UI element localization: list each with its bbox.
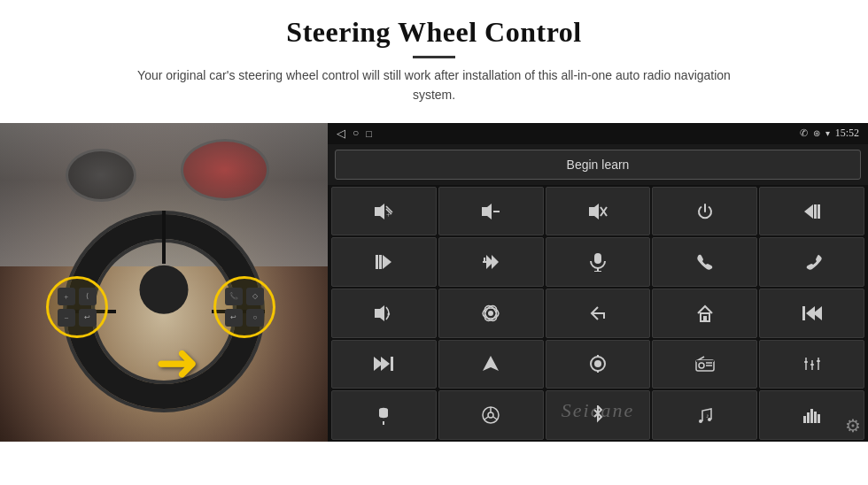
svg-point-29 [488,311,493,316]
call-button[interactable] [652,237,757,287]
svg-rect-68 [818,414,820,423]
rewind-button[interactable] [759,289,864,338]
svg-marker-38 [483,356,499,371]
eq-button[interactable] [759,340,864,389]
radio-button[interactable] [652,340,757,389]
ff-button[interactable] [438,237,544,287]
mic2-button[interactable] [331,390,437,440]
mute-button[interactable] [546,187,651,236]
svg-rect-65 [807,412,810,423]
control-grid: + [328,185,868,442]
back-button[interactable] [546,289,651,338]
bt-button[interactable] [546,390,651,440]
svg-marker-8 [589,204,599,219]
source-button[interactable] [546,340,651,389]
music-button[interactable]: ♪ [652,390,757,440]
svg-rect-15 [376,255,378,269]
svg-rect-35 [391,357,393,371]
svg-line-59 [484,417,488,420]
next-button[interactable] [331,237,437,287]
status-left: ◁ ○ □ [337,127,372,141]
svg-point-44 [699,363,704,368]
fast-fwd-button[interactable] [331,340,437,389]
svg-rect-66 [810,409,813,423]
svg-rect-31 [703,316,707,321]
steering-wheel-center [140,266,189,314]
svg-marker-24 [375,305,384,321]
begin-learn-row: Begin learn [328,144,868,185]
vol-down-button[interactable] [438,187,544,236]
svg-marker-14 [383,255,391,269]
svg-rect-53 [810,364,814,366]
svg-rect-67 [814,412,817,423]
svg-rect-52 [804,361,808,363]
360-button[interactable] [438,289,544,338]
begin-learn-button[interactable]: Begin learn [335,150,861,180]
yellow-arrow: ➜ [155,331,199,394]
svg-rect-54 [817,360,820,362]
svg-point-57 [488,412,493,418]
svg-point-40 [594,360,601,367]
svg-rect-64 [803,416,806,423]
home-button[interactable] [652,289,757,338]
svg-marker-11 [804,204,813,219]
wheel-button[interactable] [438,390,544,440]
svg-marker-20 [492,255,499,269]
mic-button[interactable] [546,237,651,287]
content-area: + ⟨ − ↩ 📞 ◇ ↩ ○ ➜ ◁ [0,123,868,485]
svg-rect-13 [818,204,820,219]
power-button[interactable] [652,187,757,236]
steering-wheel-image: + ⟨ − ↩ 📞 ◇ ↩ ○ ➜ [0,123,328,442]
recents-nav-icon[interactable]: □ [366,128,372,139]
header-section: Steering Wheel Control Your original car… [0,0,868,114]
vol-up-button[interactable]: + [331,187,437,236]
right-control-circle: 📞 ◇ ↩ ○ [213,276,275,338]
back-nav-icon[interactable]: ◁ [337,127,345,141]
speaker-button[interactable]: ♦ [331,289,437,338]
svg-rect-12 [814,204,817,219]
android-panel: ◁ ○ □ ✆ ⊛ ▾ 15:52 Begin learn [328,123,868,442]
prev-skip-button[interactable] [759,187,864,236]
svg-text:+: + [386,210,391,219]
nav-button[interactable] [438,340,544,389]
svg-text:♦: ♦ [387,311,391,318]
settings-gear-icon[interactable]: ⚙ [845,415,861,436]
svg-point-61 [699,420,702,423]
left-control-circle: + ⟨ − ↩ [46,276,108,338]
subtitle-text: Your original car's steering wheel contr… [133,65,735,105]
phone-status-icon: ✆ [800,127,808,139]
status-bar: ◁ ○ □ ✆ ⊛ ▾ 15:52 [328,123,868,144]
wifi-icon: ▾ [825,128,830,138]
svg-rect-32 [802,306,805,320]
home-nav-icon[interactable]: ○ [353,127,359,140]
svg-rect-16 [379,255,382,269]
time-display: 15:52 [835,127,859,140]
svg-rect-48 [696,360,714,362]
status-right: ✆ ⊛ ▾ 15:52 [800,127,859,140]
svg-line-60 [493,417,497,420]
svg-marker-6 [482,204,492,219]
svg-marker-0 [375,204,384,219]
page-title: Steering Wheel Control [35,16,833,49]
svg-text:♪: ♪ [706,412,709,420]
svg-rect-21 [594,253,601,264]
title-divider [413,56,455,58]
location-icon: ⊛ [813,128,820,138]
hang-up-button[interactable] [759,237,864,287]
